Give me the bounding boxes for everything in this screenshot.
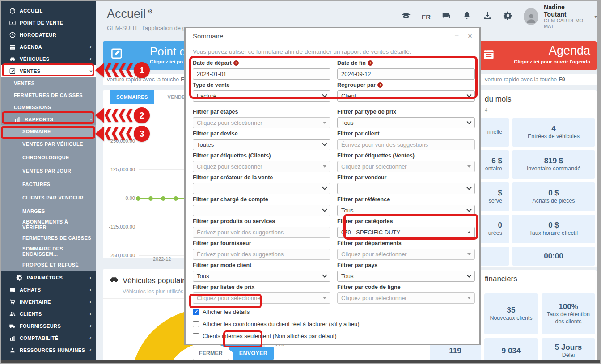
car-icon [109, 275, 119, 287]
pos-card-subtitle: Cliquez ici po [150, 59, 183, 64]
sidebar-item-ressources-humaines[interactable]: RESSOURCES HUMAINES‹ [1, 344, 96, 356]
close-icon[interactable]: × [468, 32, 472, 40]
stat-card-nouveaux-clients[interactable]: 35Nouveaux clients [484, 293, 538, 334]
checkbox-unchecked-icon[interactable] [193, 333, 199, 339]
checkbox-unchecked-icon[interactable] [193, 321, 199, 327]
creator-select[interactable] [193, 183, 330, 194]
checkbox-afficher-details[interactable]: Afficher les détails [186, 306, 479, 318]
chevron-down-icon [322, 92, 327, 97]
field-etiquettes-clients: Filtrer par étiquettes (Clients) Cliquez… [193, 152, 330, 172]
ventes-submenu: VENTES FERMETURES DE CAISSES COMMISSIONS… [1, 77, 96, 271]
gauge-icon [8, 7, 16, 14]
field-client: Filtrer par client Écrivez pour voir des… [337, 131, 475, 150]
sidebar-item-ventes[interactable]: VENTES ‹ [1, 65, 96, 77]
field-etapes: Filtrer par étapes Cliquez pour sélectio… [193, 109, 330, 128]
checkbox-coordonnees-client[interactable]: Afficher les coordonnées du client réel … [186, 318, 479, 330]
currency-select[interactable]: Toutes [193, 139, 330, 150]
sidebar-item-marges[interactable]: MARGES [1, 204, 96, 218]
sidebar-item-fermetures-de-caisses[interactable]: FERMETURES DE CAISSES [1, 89, 96, 101]
field-createur-vente: Filtrer par créateur de la vente [193, 174, 330, 194]
sidebar-label: POINT DE VENTE [20, 20, 63, 25]
stat-card-taux-horaire[interactable]: 0 $Taux horaire effectif [512, 215, 595, 243]
gear-icon[interactable] [503, 11, 513, 22]
sidebar-item-ventes-sub[interactable]: VENTES [1, 77, 96, 89]
sidebar-item-sommaire-des-encaissements[interactable]: SOMMAIRE DES ENCAISSEM... [1, 245, 96, 258]
minimize-icon[interactable]: − [454, 32, 459, 40]
sidebar-item-clients[interactable]: CLIENTS‹ [1, 308, 96, 320]
stat-card-taux-retention[interactable]: 100%Taux de rétention des clients [542, 293, 595, 334]
reference-select[interactable]: Tous [337, 205, 475, 216]
stat-card-time[interactable]: 00:00 [512, 247, 595, 266]
sidebar-item-comptabilite[interactable]: COMPTABILITÉ‹ [1, 332, 96, 344]
checkbox-clients-internes[interactable]: Clients internes seulement (Non affichés… [186, 330, 479, 342]
products-input[interactable]: Écrivez pour voir des suggestions [193, 227, 330, 238]
envoyer-button[interactable]: ENVOYER [233, 347, 274, 360]
field-listes-de-prix: Filtrer par listes de prix Cliquez pour … [193, 284, 330, 304]
account-manager-select[interactable] [193, 205, 330, 216]
price-lists-multiselect[interactable]: Cliquez pour sélectionner [193, 292, 330, 304]
sidebar-item-clients-par-vendeur[interactable]: CLIENTS PAR VENDEUR [1, 191, 96, 204]
departments-multiselect[interactable]: Cliquez pour sélectionner [337, 249, 475, 260]
bell-icon[interactable] [462, 11, 472, 22]
date-start-input[interactable]: 2024-01-01 [193, 68, 330, 80]
sidebar-item-point-de-vente[interactable]: POINT DE VENTE [1, 17, 96, 29]
user-name: Nadine Toutant [544, 4, 588, 18]
sidebar-item-agenda[interactable]: AGENDA ‹ [1, 41, 96, 53]
agenda-subtitle: Cliquez ici pour ouvrir l'agenda [514, 59, 590, 64]
sidebar-item-rapports[interactable]: RAPPORTS ‹ [1, 113, 96, 125]
user-menu[interactable]: Nadine Toutant GEM-CAR DEMO MAT [544, 4, 588, 29]
sidebar-item-ventes-par-vehicule[interactable]: VENTES PAR VÉHICULE [1, 137, 96, 151]
price-type-select[interactable]: Tous [337, 117, 475, 128]
download-icon[interactable] [482, 11, 492, 22]
checkbox-checked-icon[interactable] [193, 309, 199, 315]
sidebar-item-ventes-par-jour[interactable]: VENTES PAR JOUR [1, 164, 96, 178]
sidebar-item-inventaire[interactable]: INVENTAIRE‹ [1, 296, 96, 308]
client-input[interactable]: Écrivez pour voir des suggestions [337, 139, 475, 150]
country-select[interactable]: Tous [337, 271, 475, 282]
stat-card-entrees-vehicules[interactable]: 4Entrées de véhicules [512, 118, 595, 147]
sidebar-item-horodateur[interactable]: HORODATEUR [1, 29, 96, 41]
seller-select[interactable] [337, 183, 475, 194]
sidebar-item-abonnements-a-verifier[interactable]: ABONNEMENTS À VÉRIFIER [1, 218, 96, 231]
sale-type-select[interactable]: Facturé [193, 90, 330, 102]
sidebar-item-parametres[interactable]: PARAMÈTRES ‹ [1, 271, 96, 284]
sidebar-item-accueil[interactable]: ACCUEIL [1, 4, 96, 17]
line-code-multiselect[interactable]: Cliquez pour sélectionner [337, 292, 475, 304]
required-icon: ! [368, 60, 373, 66]
client-mode-select[interactable]: Tous [193, 271, 330, 282]
sidebar-item-factures[interactable]: FACTURES [1, 178, 96, 191]
field-produits-services: Filtrer par produits ou services Écrivez… [193, 218, 330, 238]
sidebar-item-chronologique[interactable]: CHRONOLOGIQUE [1, 151, 96, 164]
fermer-button[interactable]: FERMER [193, 347, 229, 360]
clock-icon [8, 31, 16, 38]
group-by-select[interactable]: Client [337, 90, 475, 102]
person-icon [8, 346, 16, 354]
tags-clients-multiselect[interactable]: Cliquez pour sélectionner [193, 161, 330, 172]
bar-chart-icon [13, 115, 21, 123]
tab-sommaires[interactable]: SOMMAIRES [110, 90, 154, 104]
graduation-cap-icon[interactable] [401, 11, 411, 22]
categories-select[interactable]: 070 - SPECIFIC DUTY [337, 227, 475, 238]
avatar[interactable] [524, 8, 538, 25]
date-end-input[interactable]: 2024-09-12 [337, 68, 475, 80]
sidebar-item-achats[interactable]: ACHATS‹ [1, 284, 96, 296]
user-org: GEM-CAR DEMO MAT [544, 18, 588, 29]
chat-icon[interactable] [441, 11, 451, 22]
supplier-input[interactable]: Écrivez pour voir des suggestions [193, 249, 330, 260]
sidebar-item-vehicules[interactable]: VÉHICULES ‹ [1, 53, 96, 65]
sidebar-item-fournisseurs[interactable]: FOURNISSEURS‹ [1, 320, 96, 332]
language-selector[interactable]: FR [422, 13, 431, 21]
sidebar-item-sommaire[interactable]: SOMMAIRE [1, 125, 96, 137]
tags-sales-multiselect[interactable]: Cliquez pour sélectionner [337, 161, 475, 172]
steps-multiselect[interactable]: Cliquez pour sélectionner [193, 117, 330, 128]
field-pays: Filtrer par pays Tous [337, 262, 475, 282]
sidebar-item-propose-et-refuse[interactable]: PROPOSÉ ET REFUSÉ [1, 258, 96, 271]
sidebar-item-commissions[interactable]: COMMISSIONS [1, 101, 96, 113]
stat-card-inventaire-commande[interactable]: 819 $Inventaire commandé [512, 150, 595, 179]
gear-icon[interactable]: ⚙ [148, 8, 153, 15]
stat-card-achats-de-pieces[interactable]: 0 $Achats de pièces [512, 182, 595, 211]
sidebar: ACCUEIL POINT DE VENTE HORODATEUR AGENDA… [1, 1, 96, 363]
sidebar-item-fermetures-de-caisses-rapport[interactable]: FERMETURES DE CAISSES [1, 231, 96, 245]
y-tick: -250,000.00 [106, 253, 135, 258]
field-categories: Filtrer par catégories 070 - SPECIFIC DU… [337, 218, 475, 238]
